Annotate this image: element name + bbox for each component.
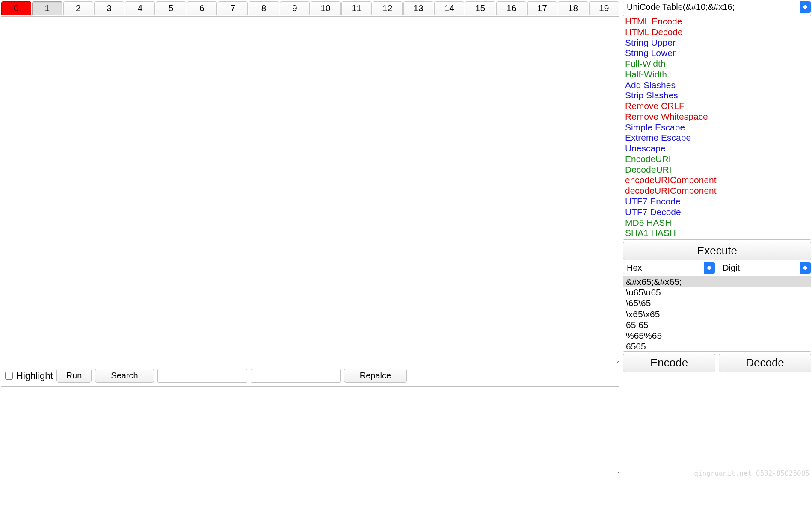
operation-item[interactable]: Full-Width — [625, 59, 809, 69]
operation-item[interactable]: encodeURIComponent — [625, 175, 809, 186]
operation-item[interactable]: MD5 HASH — [625, 218, 809, 228]
chevron-updown-icon — [800, 262, 811, 274]
operation-item[interactable]: Extreme Escape — [625, 133, 809, 143]
tab-strip: 012345678910111213141516171819 — [1, 1, 619, 15]
operation-item[interactable]: Add Slashes — [625, 80, 809, 91]
tab-10[interactable]: 10 — [311, 1, 341, 15]
tab-8[interactable]: 8 — [249, 1, 279, 15]
unicode-table-select-text: UniCode Table(&#10;&#x16; — [623, 1, 800, 13]
operation-item[interactable]: String Lower — [625, 48, 809, 59]
replace-button[interactable]: Repalce — [344, 369, 407, 383]
repr-select[interactable]: Digit — [719, 262, 811, 274]
encoding-row[interactable]: \x65\x65 — [623, 309, 811, 319]
output-textarea[interactable] — [1, 386, 619, 476]
run-button[interactable]: Run — [56, 369, 92, 383]
toolbar: Highlight Run Search Repalce — [1, 365, 619, 385]
operation-item[interactable]: HTML Encode — [625, 16, 809, 27]
search-input[interactable] — [157, 369, 247, 383]
operation-item[interactable]: String Upper — [625, 38, 809, 48]
encoding-row[interactable]: %65%65 — [623, 330, 811, 341]
tab-18[interactable]: 18 — [558, 1, 588, 15]
encoding-list: &#x65;&#x65;\u65\u65\65\65\x65\x6565 65%… — [623, 276, 811, 352]
encoding-row[interactable]: \65\65 — [623, 298, 811, 308]
tab-12[interactable]: 12 — [373, 1, 403, 15]
highlight-checkbox[interactable] — [5, 372, 13, 380]
tab-3[interactable]: 3 — [94, 1, 124, 15]
tab-6[interactable]: 6 — [187, 1, 217, 15]
tab-16[interactable]: 16 — [496, 1, 526, 15]
operation-item[interactable]: Half-Width — [625, 69, 809, 80]
repr-select-text: Digit — [719, 262, 800, 274]
encoding-row[interactable]: 6565 — [623, 341, 811, 351]
encode-button[interactable]: Encode — [623, 354, 715, 372]
operation-item[interactable]: Unescape — [625, 143, 809, 154]
tab-11[interactable]: 11 — [341, 1, 371, 15]
operation-list: HTML EncodeHTML DecodeString UpperString… — [623, 15, 811, 240]
highlight-label: Highlight — [16, 370, 53, 381]
tab-5[interactable]: 5 — [156, 1, 186, 15]
replace-input[interactable] — [251, 369, 341, 383]
encoding-row[interactable]: 65 65 — [623, 319, 811, 330]
operation-item[interactable]: Simple Escape — [625, 122, 809, 133]
tab-1[interactable]: 1 — [32, 1, 62, 15]
operation-item[interactable]: UTF7 Encode — [625, 196, 809, 207]
tab-9[interactable]: 9 — [280, 1, 310, 15]
encoding-row[interactable]: \u65\u65 — [623, 287, 811, 298]
unicode-table-select[interactable]: UniCode Table(&#10;&#x16; — [623, 1, 811, 13]
tab-7[interactable]: 7 — [218, 1, 248, 15]
search-button[interactable]: Search — [95, 369, 154, 383]
base-select[interactable]: Hex — [623, 262, 715, 274]
tab-13[interactable]: 13 — [403, 1, 433, 15]
chevron-updown-icon — [704, 262, 715, 274]
operation-item[interactable]: DecodeURI — [625, 165, 809, 175]
execute-button[interactable]: Execute — [623, 242, 811, 260]
base-select-text: Hex — [623, 262, 704, 274]
tab-4[interactable]: 4 — [125, 1, 155, 15]
operation-item[interactable]: UTF7 Decode — [625, 207, 809, 218]
tab-15[interactable]: 15 — [465, 1, 495, 15]
tab-0[interactable]: 0 — [1, 1, 31, 15]
operation-item[interactable]: SHA1 HASH — [625, 228, 809, 239]
tab-19[interactable]: 19 — [589, 1, 619, 15]
tab-17[interactable]: 17 — [527, 1, 557, 15]
tab-14[interactable]: 14 — [434, 1, 464, 15]
operation-item[interactable]: Remove Whitespace — [625, 112, 809, 122]
operation-item[interactable]: EncodeURI — [625, 154, 809, 165]
chevron-updown-icon — [800, 1, 811, 13]
operation-item[interactable]: HTML Decode — [625, 27, 809, 38]
operation-item[interactable]: Strip Slashes — [625, 90, 809, 101]
encoding-row[interactable]: &#x65;&#x65; — [623, 276, 811, 287]
operation-item[interactable]: Remove CRLF — [625, 101, 809, 112]
operation-item[interactable]: decodeURIComponent — [625, 186, 809, 196]
tab-2[interactable]: 2 — [63, 1, 93, 15]
main-textarea[interactable] — [1, 16, 619, 365]
format-selects: Hex Digit — [623, 262, 811, 274]
decode-button[interactable]: Decode — [719, 354, 811, 372]
